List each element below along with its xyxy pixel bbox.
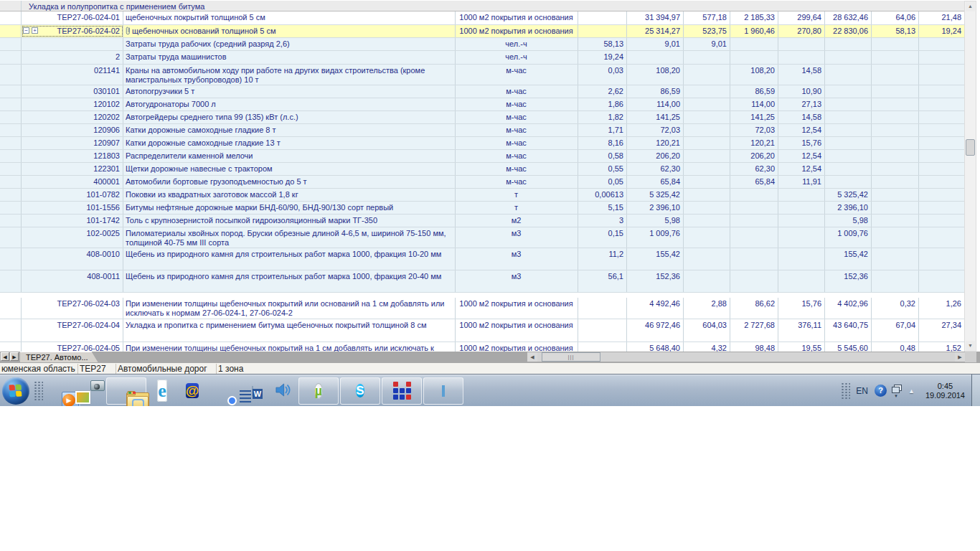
value-cell xyxy=(825,150,872,162)
quantity-cell xyxy=(578,319,627,342)
taskbar-media-player[interactable]: ▶ xyxy=(45,377,75,405)
value-cell: 86,59 xyxy=(627,85,684,98)
table-row[interactable]: 030101Автопогрузчики 5 тм-час2,6286,5986… xyxy=(0,85,964,98)
description-cell: Автомобили бортовые грузоподъемностью до… xyxy=(123,176,456,188)
taskbar-volume[interactable] xyxy=(268,377,298,405)
table-row[interactable]: 121803Распределители каменной мелочим-ча… xyxy=(0,150,964,163)
table-row[interactable]: Затраты труда рабочих (средний разряд 2,… xyxy=(0,38,964,51)
scroll-left-arrow-icon[interactable]: ◀ xyxy=(527,352,537,362)
table-row[interactable]: 102-0025Пиломатериалы хвойных пород. Бру… xyxy=(0,227,964,248)
horizontal-scroll-thumb[interactable]: ||| xyxy=(542,352,600,362)
table-row[interactable]: 120202Автогрейдеры среднего типа 99 (135… xyxy=(0,111,964,124)
value-cell xyxy=(684,248,730,270)
scroll-right-arrow-icon[interactable]: ▶ xyxy=(955,352,965,362)
quantity-cell: 0,58 xyxy=(578,150,627,162)
value-cell: 86,62 xyxy=(730,298,778,319)
row-indicator xyxy=(0,189,22,201)
horizontal-scrollbar[interactable]: ◀ ||| ▶ xyxy=(527,352,965,362)
word-icon: W xyxy=(252,387,253,395)
value-cell xyxy=(730,248,778,270)
unit-cell: чел.-ч xyxy=(456,38,578,50)
taskbar-chrome[interactable] xyxy=(207,377,237,405)
table-row[interactable]: 120906Катки дорожные самоходные гладкие … xyxy=(0,124,964,137)
value-cell xyxy=(825,111,872,123)
table-row[interactable]: ТЕР27-06-024-02−+щебеночных оснований то… xyxy=(0,25,964,38)
taskbar-internet-explorer[interactable]: e xyxy=(147,377,177,405)
help-tray-icon[interactable]: ? xyxy=(875,385,887,397)
scroll-up-arrow-icon[interactable]: ▲ xyxy=(966,1,975,11)
code-cell: ТЕР27-06-024-03 xyxy=(22,298,123,319)
taskbar-button-utorrent[interactable]: µ xyxy=(298,377,339,405)
value-cell: 120,21 xyxy=(730,137,778,149)
taskbar-clock[interactable]: 0:45 19.09.2014 xyxy=(919,382,971,400)
collapse-icon[interactable]: − xyxy=(23,27,29,34)
taskbar-button-image-viewer[interactable] xyxy=(423,377,463,405)
table-row[interactable]: 101-1556Битумы нефтяные дорожные марки Б… xyxy=(0,202,964,215)
row-indicator xyxy=(0,124,22,136)
table-row[interactable]: 408-0011Щебень из природного камня для с… xyxy=(0,270,964,293)
table-row[interactable]: 120102Автогудронаторы 7000 лм-час1,86114… xyxy=(0,98,964,111)
value-cell: 2 185,33 xyxy=(730,11,778,24)
table-row[interactable]: ТЕР27-06-024-01щебеночных покрытий толщи… xyxy=(0,11,964,25)
value-cell xyxy=(684,51,730,64)
group-header-row[interactable]: Укладка и полупропитка с применением бит… xyxy=(0,1,964,11)
tab-scroll-right-icon[interactable]: ▶ xyxy=(10,352,19,361)
expand-icon[interactable]: + xyxy=(32,27,38,34)
value-cell: 65,84 xyxy=(627,176,684,188)
tab-scroll-left-icon[interactable]: ◀ xyxy=(1,352,9,361)
language-indicator[interactable]: EN xyxy=(852,386,872,396)
table-row[interactable]: 408-0010Щебень из природного камня для с… xyxy=(0,248,964,270)
taskbar-button-explorer-folder[interactable] xyxy=(106,377,146,405)
vertical-scroll-thumb[interactable] xyxy=(966,139,975,156)
row-indicator xyxy=(0,25,22,37)
value-cell: 155,42 xyxy=(627,248,684,270)
taskbar-word[interactable]: W xyxy=(237,377,268,405)
value-cell xyxy=(919,270,964,292)
value-cell: 1,26 xyxy=(919,298,964,319)
row-indicator xyxy=(0,38,22,50)
value-cell: 108,20 xyxy=(627,65,684,85)
table-row[interactable]: 021141Краны на автомобильном ходу при ра… xyxy=(0,65,964,85)
vertical-scrollbar[interactable]: ▲ ▼ xyxy=(964,1,976,352)
quantity-cell: 56,1 xyxy=(578,270,627,292)
value-cell xyxy=(919,163,964,175)
value-cell: 62,30 xyxy=(730,163,778,175)
taskbar-button-grid-app[interactable] xyxy=(382,377,422,405)
show-desktop-button[interactable] xyxy=(971,375,980,407)
description-cell: Толь с крупнозернистой посыпкой гидроизо… xyxy=(123,215,456,227)
value-cell xyxy=(872,248,919,270)
code-cell: 400001 xyxy=(22,176,123,188)
table-row[interactable]: 2Затраты труда машинистовчел.-ч19,24 xyxy=(0,51,964,65)
value-cell xyxy=(627,51,684,64)
table-row[interactable]: 101-1742Толь с крупнозернистой посыпкой … xyxy=(0,215,964,227)
table-row[interactable]: ТЕР27-06-024-03При изменении толщины щеб… xyxy=(0,298,964,319)
window-restore-tray-icon[interactable]: ▼ xyxy=(892,385,902,397)
table-row[interactable]: 122301Щетки дорожные навесные с тракторо… xyxy=(0,163,964,176)
value-cell xyxy=(684,137,730,149)
value-cell xyxy=(684,163,730,175)
table-row[interactable]: ТЕР27-06-024-04Укладка и пропитка с прим… xyxy=(0,319,964,342)
value-cell: 5,98 xyxy=(825,215,872,227)
value-cell: 376,11 xyxy=(778,319,825,342)
taskbar-button-skype[interactable]: S xyxy=(340,377,380,405)
value-cell: 2 396,10 xyxy=(825,202,872,214)
unit-cell: 1000 м2 покрытия и основания xyxy=(456,342,578,352)
value-cell xyxy=(778,215,825,227)
taskbar-mailru[interactable]: @ xyxy=(177,377,207,405)
spacer-row xyxy=(0,293,964,298)
unit-cell: 1000 м2 покрытия и основания xyxy=(456,11,578,24)
value-cell xyxy=(730,227,778,248)
status-zone: 1 зона xyxy=(217,364,248,374)
table-row[interactable]: 120907Катки дорожные самоходные гладкие … xyxy=(0,137,964,150)
start-button[interactable] xyxy=(2,377,29,405)
scroll-down-arrow-icon[interactable]: ▼ xyxy=(966,341,975,351)
table-row[interactable]: ТЕР27-06-024-05При изменении толщины щеб… xyxy=(0,342,964,352)
status-region: юменская область xyxy=(0,364,78,374)
table-row[interactable]: 400001Автомобили бортовые грузоподъемнос… xyxy=(0,176,964,189)
show-hidden-icons-chevron[interactable]: ▲ xyxy=(908,387,915,395)
tab-ter27[interactable]: ТЕР27. Автомо... xyxy=(20,352,98,362)
taskbar-photo-viewer[interactable] xyxy=(75,377,105,405)
row-indicator xyxy=(0,215,22,227)
table-row[interactable]: 101-0782Поковки из квадратных заготовок … xyxy=(0,189,964,202)
status-bar: юменская область ТЕР27 Автомобильные дор… xyxy=(0,362,980,374)
